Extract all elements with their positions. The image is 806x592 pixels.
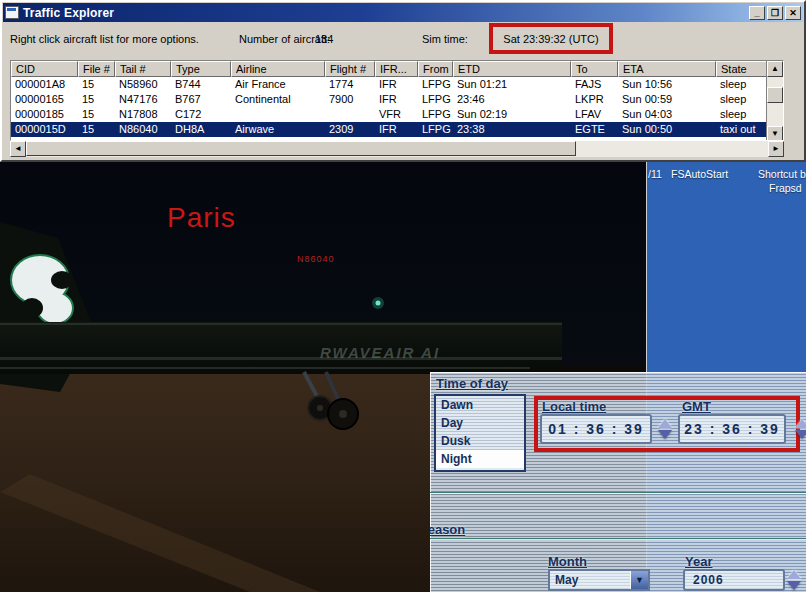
table-cell: 0000015D (11, 122, 78, 137)
listbox-item[interactable]: Dusk (436, 432, 524, 450)
desktop-icon-label[interactable]: /11 (648, 168, 662, 180)
spinner-up-icon[interactable] (795, 419, 806, 428)
table-cell: taxi out (716, 122, 768, 137)
table-header-cell[interactable]: Flight # (325, 61, 375, 77)
table-cell (231, 107, 325, 122)
spinner-down-icon[interactable] (795, 430, 806, 439)
table-header-cell[interactable]: Type (171, 61, 231, 77)
local-time-spinner[interactable] (657, 418, 673, 440)
maximize-button[interactable]: ❐ (767, 6, 783, 20)
close-button[interactable]: ✕ (785, 6, 801, 20)
listbox-item[interactable]: Day (436, 414, 524, 432)
group-divider (430, 492, 806, 494)
table-cell: LFPG (418, 107, 453, 122)
table-cell: Airwave (231, 122, 325, 137)
table-cell: 00000185 (11, 107, 78, 122)
table-cell: N47176 (115, 92, 171, 107)
table-row[interactable]: 000001A815N58960B744Air France1774IFRLFP… (11, 77, 783, 92)
listbox-item[interactable]: Night (436, 450, 524, 468)
table-cell: IFR (375, 92, 418, 107)
group-divider (430, 538, 806, 540)
table-header-cell[interactable]: To (571, 61, 618, 77)
table-cell: 15 (78, 92, 115, 107)
table-cell: Sun 10:56 (618, 77, 716, 92)
table-header-cell[interactable]: ETD (453, 61, 571, 77)
table-cell: 15 (78, 77, 115, 92)
desktop-icon-label[interactable]: FSAutoStart (671, 168, 728, 180)
table-cell: 1774 (325, 77, 375, 92)
table-cell: Sun 01:21 (453, 77, 571, 92)
sim-time-value: Sat 23:39:32 (UTC) (503, 33, 598, 45)
table-cell: 2309 (325, 122, 375, 137)
table-row[interactable]: 0000015D15N86040DH8AAirwave2309IFRLFPG23… (11, 122, 783, 137)
spinner-up-icon[interactable] (787, 570, 801, 579)
table-cell: Sun 00:59 (618, 92, 716, 107)
table-header-cell[interactable]: IFR... (375, 61, 418, 77)
aircraft-count-value: 134 (315, 33, 333, 45)
scroll-up-icon[interactable]: ▲ (767, 61, 783, 77)
table-cell: B767 (171, 92, 231, 107)
desktop-icon-label[interactable]: Frapsd (769, 182, 802, 194)
listbox-item[interactable]: Dawn (436, 396, 524, 414)
year-spinner[interactable] (786, 569, 802, 591)
gmt-spinner[interactable] (794, 418, 806, 440)
table-header-row: CIDFile #Tail #TypeAirlineFlight #IFR...… (11, 61, 783, 77)
table-header-cell[interactable]: State (716, 61, 768, 77)
table-header-cell[interactable]: Airline (231, 61, 325, 77)
table-row[interactable]: 0000016515N47176B767Continental7900IFRLF… (11, 92, 783, 107)
aircraft-table: CIDFile #Tail #TypeAirlineFlight #IFR...… (10, 60, 784, 141)
scroll-down-icon[interactable]: ▼ (767, 126, 783, 141)
table-cell: LFPG (418, 122, 453, 137)
table-cell: LKPR (571, 92, 618, 107)
table-cell: Sun 02:19 (453, 107, 571, 122)
table-cell: Sun 00:50 (618, 122, 716, 137)
horizontal-scrollbar[interactable]: ◄ ► (10, 141, 784, 157)
aircraft-fuselage (0, 322, 562, 374)
table-header-cell[interactable]: CID (11, 61, 78, 77)
desktop-icon-label[interactable]: Shortcut b (758, 168, 806, 180)
local-time-label: Local time (542, 399, 606, 414)
gmt-field[interactable]: 23 : 36 : 39 (678, 414, 786, 444)
table-header-cell[interactable]: File # (78, 61, 115, 77)
horizontal-scroll-thumb[interactable] (26, 141, 576, 156)
aircraft-tailnumber-label: N86040 (297, 254, 335, 264)
sim-time-label: Sim time: (422, 33, 468, 45)
table-cell: 7900 (325, 92, 375, 107)
table-cell: sleep (716, 77, 768, 92)
traffic-explorer-window: Traffic Explorer _ ❐ ✕ Right click aircr… (0, 0, 806, 162)
spinner-down-icon[interactable] (658, 430, 672, 439)
title-bar[interactable]: Traffic Explorer _ ❐ ✕ (3, 3, 803, 22)
app-icon (5, 6, 19, 19)
table-cell: IFR (375, 122, 418, 137)
table-cell: LFAV (571, 107, 618, 122)
spinner-up-icon[interactable] (658, 419, 672, 428)
local-time-field[interactable]: 01 : 36 : 39 (540, 414, 652, 444)
table-header-cell[interactable]: From (418, 61, 453, 77)
time-season-dialog: Time of day DawnDayDuskNight Local time … (430, 372, 806, 592)
vertical-scrollbar[interactable]: ▲ ▼ (766, 61, 783, 141)
vertical-scroll-thumb[interactable] (767, 87, 783, 103)
table-row[interactable]: 0000018515N17808C172VFRLFPGSun 02:19LFAV… (11, 107, 783, 122)
month-dropdown[interactable]: May ▼ (548, 569, 650, 591)
scroll-left-icon[interactable]: ◄ (10, 141, 26, 157)
table-cell: Sun 04:03 (618, 107, 716, 122)
time-of-day-listbox: DawnDayDuskNight (434, 394, 526, 472)
screen: Traffic Explorer _ ❐ ✕ Right click aircr… (0, 0, 806, 592)
scroll-right-icon[interactable]: ► (768, 141, 784, 157)
table-cell: N58960 (115, 77, 171, 92)
table-cell: EGTE (571, 122, 618, 137)
minimize-button[interactable]: _ (749, 6, 765, 20)
table-cell: LFPG (418, 77, 453, 92)
spinner-down-icon[interactable] (787, 581, 801, 590)
table-cell: VFR (375, 107, 418, 122)
sim-time-annotation: Sat 23:39:32 (UTC) (489, 23, 613, 54)
table-body: 000001A815N58960B744Air France1774IFRLFP… (11, 77, 783, 141)
table-header-cell[interactable]: Tail # (115, 61, 171, 77)
table-cell: sleep (716, 107, 768, 122)
year-field[interactable]: 2006 (683, 569, 785, 591)
hint-text: Right click aircraft list for more optio… (10, 33, 199, 45)
table-cell: DH8A (171, 122, 231, 137)
dropdown-arrow-icon[interactable]: ▼ (630, 571, 648, 589)
table-header-cell[interactable]: ETA (618, 61, 716, 77)
table-cell: 23:38 (453, 122, 571, 137)
